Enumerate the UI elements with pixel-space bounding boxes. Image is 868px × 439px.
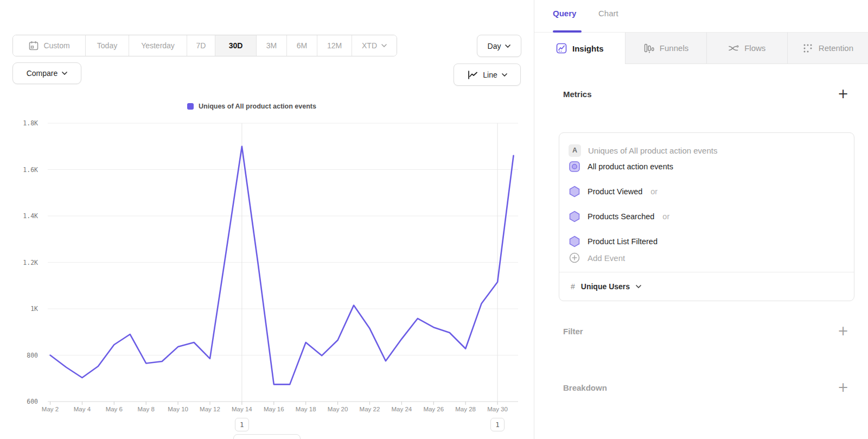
number-symbol: # (571, 282, 575, 291)
chart-type-label: Line (483, 71, 497, 79)
insights-icon (556, 43, 567, 54)
granularity-label: Day (488, 42, 501, 50)
y-axis-tick-label: 1.6K (23, 166, 38, 174)
x-axis-tick-label: May 8 (138, 406, 155, 412)
date-range-yesterday[interactable]: Yesterday (129, 35, 187, 56)
event-row[interactable]: Product Viewedor (569, 183, 846, 200)
formula-text: Uniques of All product action events (588, 146, 717, 155)
y-axis-tick-label: 1.8K (23, 119, 38, 127)
date-range-custom[interactable]: Custom (13, 35, 85, 56)
chart-legend: Uniques of All product action events (187, 103, 316, 110)
event-hexagon-icon (569, 211, 580, 222)
event-name: Product Viewed (588, 187, 642, 196)
zoom-control-partial[interactable] (233, 434, 301, 439)
x-axis-tick-label: May 10 (168, 406, 188, 412)
series-line[interactable] (50, 147, 514, 385)
date-range-xtd[interactable]: XTD (352, 35, 397, 56)
annotation-badge[interactable]: 1 (235, 418, 249, 431)
tab-retention[interactable]: Retention (787, 33, 868, 64)
measure-selector[interactable]: # Unique Users (571, 278, 846, 295)
flows-icon (728, 43, 739, 54)
add-filter-button[interactable]: + (838, 326, 848, 336)
y-axis-tick-label: 600 (27, 398, 38, 405)
x-axis-tick-label: May 16 (264, 406, 284, 412)
metric-card: A Uniques of All product action events A… (559, 132, 854, 301)
x-axis-tick-label: May 14 (232, 406, 252, 412)
chevron-down-icon (502, 73, 507, 77)
event-operator: or (662, 212, 669, 221)
breakdown-section-title: Breakdown (563, 383, 607, 392)
panel-top-tabs: Query Chart (534, 0, 868, 33)
custom-event-icon (569, 161, 580, 173)
chevron-down-icon (636, 285, 641, 288)
formula-badge: A (569, 144, 581, 157)
add-breakdown-button[interactable]: + (838, 382, 848, 393)
chevron-down-icon (381, 44, 387, 47)
date-range-7d[interactable]: 7D (187, 35, 215, 56)
tab-flows[interactable]: Flows (706, 33, 787, 64)
y-axis-tick-label: 800 (27, 352, 38, 359)
x-axis-tick-label: May 28 (455, 406, 476, 412)
date-range-30d[interactable]: 30D (215, 35, 256, 56)
query-side-panel: Query Chart Insights Funnels (534, 0, 868, 439)
event-row[interactable]: Products Searchedor (569, 208, 846, 225)
tab-funnels[interactable]: Funnels (625, 33, 706, 64)
chart-panel: 6008001K1.2K1.4K1.6K1.8KMay 2May 4May 6M… (0, 0, 534, 439)
metric-formula-row[interactable]: A Uniques of All product action events (569, 142, 846, 158)
x-axis-tick-label: May 20 (328, 406, 348, 412)
event-name: Products Searched (588, 212, 654, 221)
line-chart-icon (467, 69, 478, 80)
legend-swatch (187, 103, 194, 110)
compare-button[interactable]: Compare (12, 62, 81, 84)
event-name: Product List Filtered (588, 237, 658, 246)
event-operator: or (650, 187, 658, 196)
measure-label: Unique Users (581, 282, 630, 291)
x-axis-tick-label: May 26 (423, 406, 444, 412)
x-axis-tick-label: May 4 (74, 406, 91, 412)
date-range-12m[interactable]: 12M (317, 35, 352, 56)
y-axis-tick-label: 1.2K (23, 259, 38, 266)
date-range-6m[interactable]: 6M (286, 35, 317, 56)
chart-type-button[interactable]: Line (454, 63, 521, 86)
granularity-button[interactable]: Day (477, 35, 521, 57)
chevron-down-icon (62, 72, 67, 75)
date-range-segmented-control: Custom Today Yesterday 7D 30D 3M 6M 12M … (12, 35, 397, 56)
x-axis-tick-label: May 18 (296, 406, 316, 412)
x-axis-tick-label: May 30 (487, 406, 508, 412)
metrics-section-title: Metrics (563, 90, 592, 99)
tab-chart[interactable]: Chart (598, 9, 618, 18)
date-range-today[interactable]: Today (85, 35, 129, 56)
x-axis-tick-label: May 12 (200, 406, 220, 412)
calendar-icon (28, 40, 39, 51)
tab-insights[interactable]: Insights (534, 33, 625, 64)
event-row[interactable]: Product List Filtered (569, 233, 846, 250)
add-event-row[interactable]: Add Event (569, 250, 846, 266)
annotation-badge[interactable]: 1 (490, 418, 505, 431)
circle-plus-icon (569, 252, 580, 264)
add-event-label: Add Event (588, 253, 625, 263)
card-divider (559, 272, 854, 272)
date-range-3m[interactable]: 3M (256, 35, 286, 56)
report-type-tabs: Insights Funnels Flows (534, 33, 868, 64)
tab-query[interactable]: Query (553, 9, 576, 18)
compare-label: Compare (27, 69, 58, 78)
filter-section-title: Filter (563, 327, 583, 336)
x-axis-tick-label: May 24 (392, 406, 412, 412)
y-axis-tick-label: 1.4K (23, 212, 38, 220)
funnels-icon (643, 43, 654, 54)
event-hexagon-icon (569, 186, 580, 198)
event-row[interactable]: All product action events (569, 158, 846, 175)
date-range-label: Custom (43, 41, 69, 50)
event-hexagon-icon (569, 236, 580, 247)
event-name: All product action events (588, 162, 673, 171)
x-axis-tick-label: May 2 (42, 406, 59, 412)
x-axis-tick-label: May 22 (360, 406, 380, 412)
chevron-down-icon (505, 44, 510, 48)
x-axis-tick-label: May 6 (106, 406, 123, 412)
y-axis-tick-label: 1K (30, 305, 38, 313)
legend-label: Uniques of All product action events (199, 103, 316, 110)
retention-icon (802, 43, 813, 54)
add-metric-button[interactable]: + (838, 88, 848, 99)
